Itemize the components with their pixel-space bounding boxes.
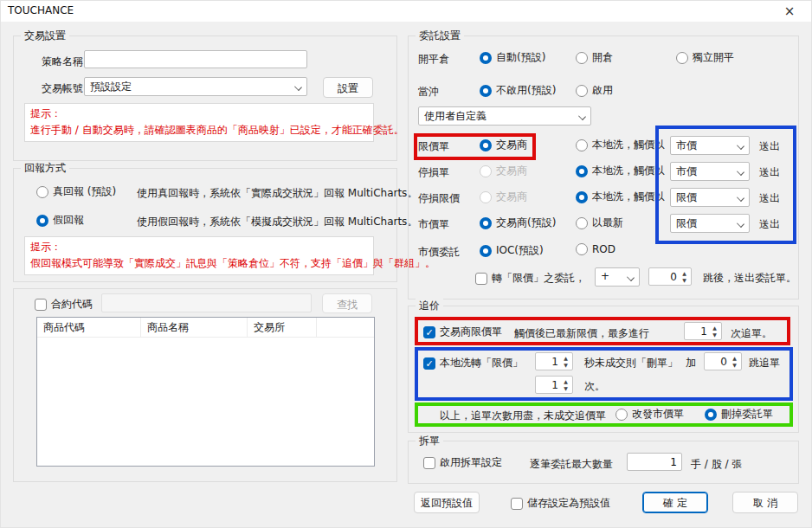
spinner-arrows-icon[interactable]: ▲▼ <box>679 268 690 285</box>
radio-real-report[interactable]: 真回報 (預設) <box>36 184 116 199</box>
radio-openclose-open[interactable]: 開倉 <box>576 50 613 65</box>
trade-settings-group: 交易設置 策略名稱 交易帳號 預設設定 設置 提示： 進行手動 / 自動交易時，… <box>13 35 397 161</box>
stop-order-price-select[interactable]: 市價 <box>670 162 750 181</box>
local-times-spinner[interactable]: 1 ▲▼ <box>535 376 573 394</box>
radio-label: 以最新 <box>592 216 623 230</box>
market-tif-label: 市價委託 <box>418 245 460 260</box>
ok-button[interactable]: 確 定 <box>642 492 708 513</box>
spinner-arrows-icon[interactable]: ▲▼ <box>560 353 571 370</box>
local-seconds-spinner[interactable]: 1 ▲▼ <box>535 352 573 370</box>
radio-label: 交易商 <box>496 190 527 204</box>
chevron-down-icon <box>627 274 635 281</box>
reset-defaults-button[interactable]: 返回預設值 <box>414 492 480 513</box>
send-label: 送出 <box>759 191 780 206</box>
radio-icon <box>676 52 688 64</box>
radio-icon <box>576 52 588 64</box>
radio-label: 本地洗，觸價以 <box>592 164 665 178</box>
spinner-arrows-icon[interactable]: ▲▼ <box>560 377 571 393</box>
custom-mode-select[interactable]: 使用者自定義 <box>418 106 591 126</box>
day-trade-label: 當沖 <box>418 85 439 100</box>
radio-rod[interactable]: ROD <box>576 243 615 255</box>
col-product-name[interactable]: 商品名稱 <box>141 318 248 337</box>
save-as-default-checkbox[interactable]: 儲存設定為預設值 <box>511 496 610 511</box>
radio-icon <box>36 215 48 227</box>
radio-stop-local[interactable]: 本地洗，觸價以 <box>576 164 665 178</box>
local-ticks-spinner[interactable]: 0 ▲▼ <box>704 352 742 370</box>
radio-limit-local[interactable]: 本地洗，觸價以 <box>576 138 665 152</box>
trade-settings-title: 交易設置 <box>21 29 69 43</box>
col-exchange[interactable]: 交易所 <box>248 318 317 337</box>
col-product-code[interactable]: 商品代碼 <box>37 318 141 337</box>
radio-icon <box>576 139 588 151</box>
radio-icon <box>36 186 48 198</box>
chevron-down-icon <box>737 142 744 150</box>
contract-code-checkbox[interactable]: 合約代碼 <box>35 297 93 312</box>
limit-order-label: 限價單 <box>418 139 449 154</box>
radio-market-latest[interactable]: 以最新 <box>576 216 623 230</box>
radio-ioc[interactable]: IOC(預設) <box>480 243 544 258</box>
trade-hint-title: 提示： <box>30 106 368 122</box>
local-limit-checkbox[interactable]: ✓ 本地洗轉「限價」 <box>423 356 523 370</box>
dealer-limit-chase-checkbox[interactable]: ✓ 交易商限價單 <box>423 325 502 339</box>
chevron-down-icon <box>737 168 744 176</box>
contract-code-input[interactable] <box>101 293 312 312</box>
setup-button[interactable]: 設置 <box>323 77 373 98</box>
convert-limit-checkbox[interactable]: 轉「限價」之委託， <box>475 271 585 286</box>
dealer-limit-desc: 觸價後已最新限價，最多進行 <box>514 326 649 341</box>
chevron-down-icon <box>294 83 302 91</box>
contract-code-label: 合約代碼 <box>51 297 93 312</box>
exhaust-text: 以上，追單次數用盡，未成交追價單 <box>440 409 606 423</box>
convert-suffix-label: 跳後，送出委託單。 <box>703 271 796 286</box>
touchance-settings-dialog: TOUCHANCE × 交易設置 策略名稱 交易帳號 預設設定 設置 提示： 進… <box>0 0 812 528</box>
spinner-arrows-icon[interactable]: ▲▼ <box>709 323 720 339</box>
radio-label: 開倉 <box>592 50 613 65</box>
chevron-down-icon <box>578 113 586 120</box>
spinner-arrows-icon[interactable]: ▲▼ <box>729 353 740 370</box>
radio-stoplimit-dealer[interactable]: 交易商 <box>480 190 527 204</box>
radio-daytrade-on[interactable]: 啟用 <box>576 83 613 98</box>
close-icon[interactable]: × <box>775 1 804 22</box>
cancel-button[interactable]: 取 消 <box>732 492 798 513</box>
fake-report-desc: 使用假回報時，系統依「模擬成交狀況」回報 MultiCharts。 <box>137 215 417 229</box>
col-empty <box>317 318 374 337</box>
search-button[interactable]: 查找 <box>322 293 372 313</box>
radio-limit-dealer[interactable]: 交易商 <box>480 138 527 152</box>
radio-label: 不啟用(預設) <box>496 83 556 98</box>
market-order-price-select[interactable]: 限價 <box>670 214 750 233</box>
radio-delete-order[interactable]: 刪掉委託單 <box>705 407 773 422</box>
radio-daytrade-off[interactable]: 不啟用(預設) <box>480 83 556 98</box>
radio-fake-report[interactable]: 假回報 <box>36 213 84 228</box>
radio-icon <box>615 409 628 421</box>
dealer-limit-count-spinner[interactable]: 1 ▲▼ <box>684 322 722 340</box>
account-select[interactable]: 預設設定 <box>84 77 307 96</box>
radio-market-dealer[interactable]: 交易商(預設) <box>480 216 556 230</box>
stoplimit-price-select[interactable]: 限價 <box>670 188 750 207</box>
radio-stoplimit-local[interactable]: 本地洗，觸價以 <box>576 190 665 204</box>
split-unit-label: 手 / 股 / 張 <box>691 457 742 472</box>
local-limit-label: 本地洗轉「限價」 <box>440 356 523 370</box>
contract-group: 合約代碼 查找 商品代碼 商品名稱 交易所 <box>13 288 397 482</box>
limit-order-price-select[interactable]: 市價 <box>670 136 750 155</box>
convert-op-select[interactable]: + <box>595 267 640 287</box>
checkbox-icon <box>511 498 523 510</box>
convert-ticks-spinner[interactable]: 0 ▲▼ <box>648 267 692 286</box>
radio-openclose-independent[interactable]: 獨立開平 <box>676 50 734 65</box>
spinner-value: 1 <box>551 379 558 391</box>
radio-icon <box>576 85 588 97</box>
strategy-name-input[interactable] <box>84 50 307 68</box>
radio-stop-dealer[interactable]: 交易商 <box>480 164 527 178</box>
stop-order-label: 停損單 <box>418 165 449 180</box>
radio-resend-market[interactable]: 改發市價單 <box>615 407 684 422</box>
enable-split-checkbox[interactable]: 啟用拆單設定 <box>423 455 502 470</box>
radio-icon <box>705 409 717 421</box>
trade-hint-box: 提示： 進行手動 / 自動交易時，請確認圖表商品的「商品映射」已設定，才能正確委… <box>24 103 374 142</box>
account-select-value: 預設設定 <box>90 80 132 93</box>
checkbox-icon <box>423 457 435 469</box>
checkbox-icon: ✓ <box>423 326 435 338</box>
local-add-label: 加 <box>686 356 696 370</box>
radio-openclose-auto[interactable]: 自動(預設) <box>480 50 545 65</box>
split-max-input[interactable] <box>627 453 682 471</box>
order-settings-title: 委託設置 <box>416 29 464 43</box>
instrument-table[interactable]: 商品代碼 商品名稱 交易所 <box>36 317 375 467</box>
trade-hint-text: 進行手動 / 自動交易時，請確認圖表商品的「商品映射」已設定，才能正確委託。 <box>30 122 368 138</box>
